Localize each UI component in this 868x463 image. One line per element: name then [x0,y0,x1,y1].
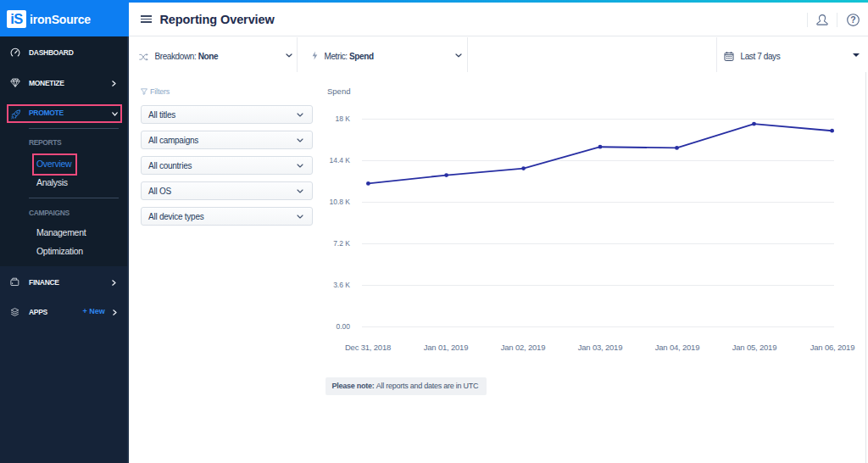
svg-text:?: ? [850,14,855,25]
